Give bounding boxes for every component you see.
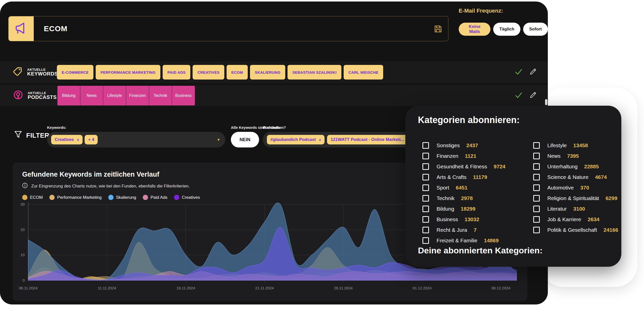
keywords-filter-dropdown[interactable]: Creatives×+ 4▼ [47,132,225,147]
category-row: Gesundheit & Fitness9724 [422,161,506,172]
remove-chip-icon[interactable]: × [319,138,321,142]
category-checkbox[interactable] [422,153,429,159]
category-count: 24166 [603,227,618,233]
svg-text:21.11.2024: 21.11.2024 [255,286,274,290]
category-name: Automotive [547,185,574,191]
confirm-check-icon[interactable] [515,91,523,100]
categories-panel-title: Kategorien abonnieren: [418,115,520,125]
category-row: Unterhaltung22885 [533,161,618,172]
keyword-chip-list: E-COMMERCEPERFORMANCE MARKETINGPAID ADSC… [57,65,383,80]
keywords-band: AKTUELLE KEYWORDS E-COMMERCEPERFORMANCE … [0,61,548,83]
keyword-chip[interactable]: CARL WEISCHE [344,65,383,80]
keywords-band-label: AKTUELLE KEYWORDS [27,68,57,77]
save-icon[interactable] [434,24,443,33]
podcast-category-chip[interactable]: Business [172,86,195,105]
category-checkbox[interactable] [533,163,540,170]
workspace-logo [9,16,34,41]
category-count: 7 [474,227,477,233]
filter-chip-label: 121WATT Podcast - Online Marketi... [331,137,404,142]
category-row: Automotive370 [533,182,618,193]
category-checkbox[interactable] [533,206,540,212]
keyword-chip[interactable]: PERFORMANCE MARKETING [96,65,160,80]
podcast-category-chip[interactable]: Technik [149,86,172,105]
megaphone-icon [14,21,28,36]
category-name: News [547,153,561,159]
category-count: 14869 [484,238,498,244]
contains-toggle-button[interactable]: NEIN [231,132,259,147]
category-count: 370 [580,185,589,191]
category-name: Freizeit & Familie [437,238,477,244]
category-name: Technik [437,195,454,201]
category-checkbox[interactable] [533,153,540,159]
category-checkbox[interactable] [533,174,540,180]
category-checkbox[interactable] [422,237,429,244]
filter-chip[interactable]: Creatives× [51,135,83,144]
category-name: Politik & Gesellschaft [547,227,597,233]
category-row: Finanzen1121 [422,151,506,161]
category-checkbox[interactable] [533,195,540,202]
category-row: Politik & Gesellschaft24166 [533,225,618,235]
category-checkbox[interactable] [422,163,429,170]
category-name: Sonstiges [437,142,460,148]
podcast-category-chip[interactable]: Bildung [57,86,80,105]
category-row: Sport6451 [422,182,506,193]
keyword-chip[interactable]: CREATIVES [193,65,224,80]
podcast-category-chip[interactable]: Finanzen [126,86,149,105]
frequency-option-button[interactable]: Sofort [523,23,548,36]
category-name: Sport [437,185,449,191]
remove-chip-icon[interactable]: × [77,138,79,142]
keyword-chip[interactable]: SEBASTIAN SZALINSKI [288,65,341,80]
category-checkbox[interactable] [533,227,540,233]
category-row: Literatur3100 [533,204,618,214]
svg-text:01.12.2024: 01.12.2024 [413,286,432,290]
keyword-chip[interactable]: ECOM [227,65,248,80]
category-row: Religion & Spiritualität6299 [533,193,618,204]
category-checkbox[interactable] [422,206,429,212]
email-frequency-label: E-Mail Frequenz: [459,8,503,14]
frequency-option-button[interactable]: Keine Mails [459,23,490,36]
filter-chip[interactable]: #glaubandich Podcast× [267,135,325,144]
frequency-option-button[interactable]: Täglich [493,23,520,36]
keyword-chip[interactable]: PAID ADS [163,65,190,80]
category-checkbox[interactable] [422,142,429,149]
scrollbar-thumb[interactable] [545,99,547,105]
category-checkbox[interactable] [533,184,540,191]
category-count: 7395 [567,153,579,159]
keyword-chip[interactable]: E-COMMERCE [57,65,93,80]
categories-column-right: Lifestyle13458News7395Unterhaltung22885S… [533,140,618,235]
podcast-category-chip[interactable]: Lifestyle [103,86,126,105]
edit-pencil-icon[interactable] [529,91,537,100]
category-count: 13458 [573,142,588,148]
category-checkbox[interactable] [422,195,429,202]
category-row: Technik2978 [422,193,506,204]
category-checkbox[interactable] [422,184,429,191]
category-checkbox[interactable] [422,216,429,223]
filter-chip[interactable]: 121WATT Podcast - Online Marketi...× [327,135,413,144]
category-row: Arts & Crafts11179 [422,172,506,182]
podcast-category-chip[interactable]: News [80,86,103,105]
category-row: Bildung18299 [422,204,506,214]
category-checkbox[interactable] [533,216,540,223]
category-name: Lifestyle [547,142,567,148]
podcasts-band: AKTUELLE PODCASTS BildungNewsLifestyleFi… [0,85,548,106]
keywords-band-actions [515,68,537,77]
keyword-chip[interactable]: SKALIERUNG [250,65,285,80]
category-count: 1121 [465,153,476,159]
category-count: 2634 [588,216,599,222]
edit-pencil-icon[interactable] [529,68,537,76]
category-checkbox[interactable] [533,142,540,149]
workspace-name-input[interactable] [34,16,448,41]
category-row: Science & Nature4674 [533,172,618,182]
svg-text:0: 0 [23,278,25,282]
filter-chip[interactable]: + 4 [85,135,98,144]
category-name: Gesundheit & Fitness [437,164,487,170]
chevron-down-icon[interactable]: ▼ [217,138,220,142]
filter-title: FILTER [26,132,49,139]
svg-text:06.11.2024: 06.11.2024 [19,286,38,290]
confirm-check-icon[interactable] [515,68,523,77]
category-checkbox[interactable] [422,174,429,180]
keywords-filter-label: Keywords: [47,125,225,130]
svg-text:20: 20 [20,227,25,232]
category-checkbox[interactable] [422,227,429,233]
category-count: 11179 [473,174,487,180]
